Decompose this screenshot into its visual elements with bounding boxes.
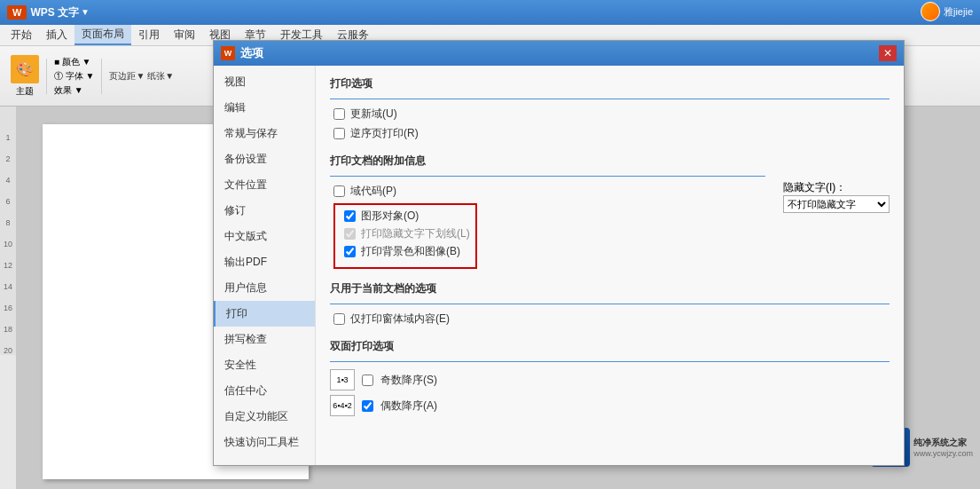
nav-security[interactable]: 安全性 <box>214 352 315 378</box>
nav-general[interactable]: 常规与保存 <box>214 121 315 146</box>
dialog-close-button[interactable]: ✕ <box>879 45 897 61</box>
dialog-body: 视图 编辑 常规与保存 备份设置 文件位置 修订 中文版式 输出PDF 用户信息… <box>214 66 904 465</box>
nav-chinese[interactable]: 中文版式 <box>214 224 315 249</box>
nav-revision[interactable]: 修订 <box>214 198 315 224</box>
section-divider-0 <box>330 99 890 99</box>
print-doc-info-header: 打印文档的附加信息 域代码(P) 图形对象(O) <box>330 154 890 269</box>
nav-edit[interactable]: 编辑 <box>214 95 315 121</box>
reverse-print-row: 逆序页打印(R) <box>330 126 890 141</box>
even-desc-row: 6▪4▪2 偶数降序(A) <box>330 395 890 416</box>
print-doc-info-section: 打印文档的附加信息 域代码(P) 图形对象(O) <box>330 154 890 269</box>
even-desc-label: 偶数降序(A) <box>380 398 437 414</box>
current-doc-title: 只用于当前文档的选项 <box>330 281 890 298</box>
hidden-text-area: 隐藏文字(I)： 不打印隐藏文字 打印隐藏文字 <box>783 180 890 213</box>
shape-object-label: 图形对象(O) <box>361 209 419 224</box>
hidden-text-label: 隐藏文字(I)： <box>783 180 846 195</box>
print-bg-checkbox[interactable] <box>344 246 356 257</box>
print-bg-label: 打印背景色和图像(B) <box>361 244 460 259</box>
nav-panel: 视图 编辑 常规与保存 备份设置 文件位置 修订 中文版式 输出PDF 用户信息… <box>214 66 316 465</box>
print-options-section: 打印选项 更新域(U) 逆序页打印(R) <box>330 76 890 141</box>
print-options-title: 打印选项 <box>330 76 890 93</box>
options-dialog: W 选项 ✕ 视图 编辑 常规与保存 备份设置 文件位置 修订 中文版式 输出P… <box>213 40 905 466</box>
hidden-text-select[interactable]: 不打印隐藏文字 打印隐藏文字 <box>783 195 890 213</box>
nav-backup[interactable]: 备份设置 <box>214 146 315 172</box>
section-divider-3 <box>330 361 890 362</box>
nav-view[interactable]: 视图 <box>214 69 315 95</box>
update-field-row: 更新域(U) <box>330 106 890 122</box>
dialog-overlay: W 选项 ✕ 视图 编辑 常规与保存 备份设置 文件位置 修订 中文版式 输出P… <box>0 0 980 489</box>
form-only-label: 仅打印窗体域内容(E) <box>350 312 450 327</box>
field-code-label: 域代码(P) <box>350 184 396 199</box>
dialog-title-bar: W 选项 ✕ <box>214 41 904 66</box>
form-only-checkbox[interactable] <box>333 313 345 325</box>
reverse-print-label: 逆序页打印(R) <box>350 126 419 141</box>
nav-user[interactable]: 用户信息 <box>214 275 315 301</box>
current-doc-section: 只用于当前文档的选项 仅打印窗体域内容(E) <box>330 281 890 327</box>
odd-icon: 1▪3 <box>330 369 355 390</box>
shape-object-row: 图形对象(O) <box>341 209 470 224</box>
hidden-underline-label: 打印隐藏文字下划线(L) <box>361 226 470 241</box>
section-divider-2 <box>330 304 890 304</box>
shape-object-checkbox[interactable] <box>344 210 356 222</box>
field-code-row: 域代码(P) <box>330 184 765 199</box>
highlighted-options-box: 图形对象(O) 打印隐藏文字下划线(L) 打印背景色和图像(B) <box>333 203 477 269</box>
reverse-print-checkbox[interactable] <box>333 128 345 139</box>
nav-spell[interactable]: 拼写检查 <box>214 327 315 352</box>
nav-trust[interactable]: 信任中心 <box>214 378 315 404</box>
print-bg-row: 打印背景色和图像(B) <box>341 244 470 259</box>
print-doc-info-title: 打印文档的附加信息 <box>330 154 765 170</box>
form-only-row: 仅打印窗体域内容(E) <box>330 312 890 327</box>
duplex-title: 双面打印选项 <box>330 339 890 356</box>
even-icon: 6▪4▪2 <box>330 395 355 416</box>
print-doc-info-left: 打印文档的附加信息 域代码(P) 图形对象(O) <box>330 154 765 269</box>
section-divider-1 <box>330 176 765 177</box>
nav-file[interactable]: 文件位置 <box>214 172 315 198</box>
nav-customize[interactable]: 自定义功能区 <box>214 404 315 430</box>
field-code-checkbox[interactable] <box>333 185 345 197</box>
nav-quickaccess[interactable]: 快速访问工具栏 <box>214 430 315 455</box>
update-field-checkbox[interactable] <box>333 108 345 120</box>
dialog-wps-icon: W <box>221 46 235 60</box>
hidden-underline-row: 打印隐藏文字下划线(L) <box>341 226 470 241</box>
even-desc-checkbox[interactable] <box>362 400 373 412</box>
nav-print[interactable]: 打印 <box>214 301 315 327</box>
odd-desc-checkbox[interactable] <box>362 375 373 386</box>
dialog-title: 选项 <box>240 45 263 61</box>
nav-pdf[interactable]: 输出PDF <box>214 249 315 275</box>
odd-desc-row: 1▪3 奇数降序(S) <box>330 369 890 390</box>
hidden-underline-checkbox[interactable] <box>344 228 356 240</box>
update-field-label: 更新域(U) <box>350 106 397 122</box>
content-panel: 打印选项 更新域(U) 逆序页打印(R) 打印文档的附加信 <box>316 66 904 465</box>
odd-desc-label: 奇数降序(S) <box>380 373 437 388</box>
duplex-section: 双面打印选项 1▪3 奇数降序(S) 6▪4▪2 偶数降序(A) <box>330 339 890 416</box>
